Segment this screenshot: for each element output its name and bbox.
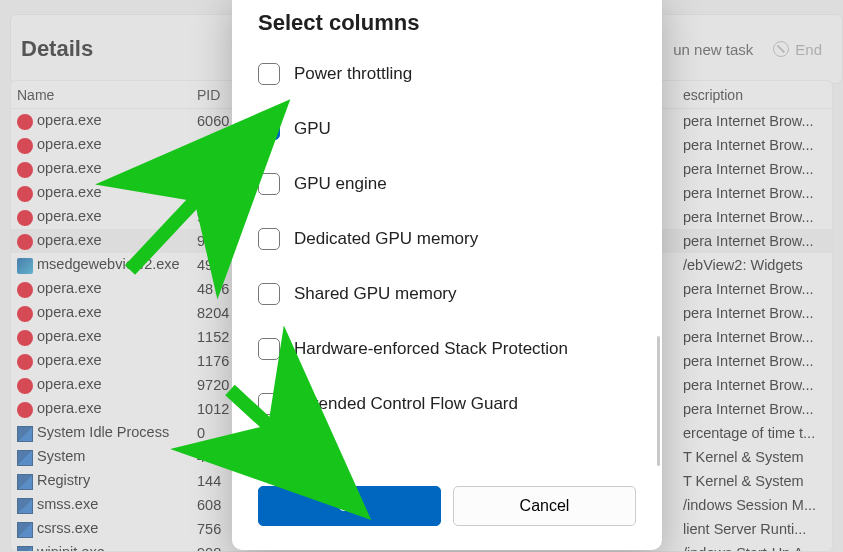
checkbox-checked[interactable] bbox=[258, 118, 280, 140]
checkbox[interactable] bbox=[258, 228, 280, 250]
select-columns-dialog: Select columns Power throttlingGPUGPU en… bbox=[232, 0, 662, 550]
column-option[interactable]: Power throttling bbox=[258, 46, 652, 101]
option-label: Dedicated GPU memory bbox=[294, 229, 478, 249]
cancel-button[interactable]: Cancel bbox=[453, 486, 636, 526]
option-label: Hardware-enforced Stack Protection bbox=[294, 339, 568, 359]
option-label: Extended Control Flow Guard bbox=[294, 394, 518, 414]
option-label: Power throttling bbox=[294, 64, 412, 84]
checkbox[interactable] bbox=[258, 393, 280, 415]
column-option[interactable]: Dedicated GPU memory bbox=[258, 211, 652, 266]
option-label: GPU bbox=[294, 119, 331, 139]
option-label: GPU engine bbox=[294, 174, 387, 194]
column-option[interactable]: Extended Control Flow Guard bbox=[258, 376, 652, 431]
column-option[interactable]: GPU bbox=[258, 101, 652, 156]
column-option[interactable]: Hardware-enforced Stack Protection bbox=[258, 321, 652, 376]
column-option[interactable]: Shared GPU memory bbox=[258, 266, 652, 321]
column-option[interactable]: GPU engine bbox=[258, 156, 652, 211]
scrollbar-thumb[interactable] bbox=[657, 336, 660, 466]
dialog-footer: OK Cancel bbox=[232, 468, 662, 550]
checkbox[interactable] bbox=[258, 283, 280, 305]
option-label: Shared GPU memory bbox=[294, 284, 457, 304]
ok-button[interactable]: OK bbox=[258, 486, 441, 526]
checkbox[interactable] bbox=[258, 173, 280, 195]
checkbox[interactable] bbox=[258, 338, 280, 360]
dialog-options: Power throttlingGPUGPU engineDedicated G… bbox=[232, 46, 662, 468]
dialog-title: Select columns bbox=[232, 10, 662, 46]
checkbox[interactable] bbox=[258, 63, 280, 85]
